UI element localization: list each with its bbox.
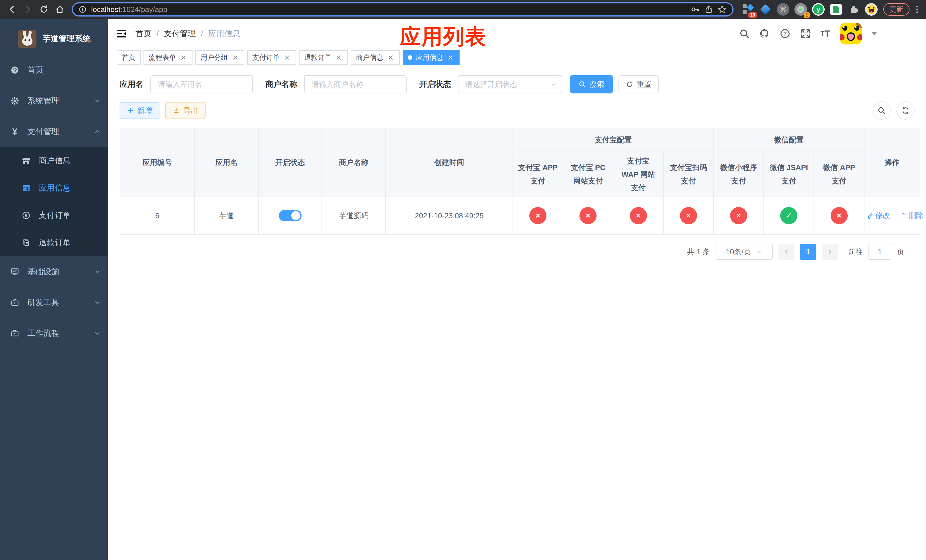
- filter-merchant-name: 商户名称: [265, 75, 407, 94]
- extension-blocks-icon[interactable]: 10: [741, 3, 754, 16]
- chevron-down-icon: [550, 81, 557, 88]
- search-button[interactable]: 搜索: [570, 75, 613, 94]
- shop-icon: [22, 156, 31, 165]
- logo-avatar: [18, 30, 36, 48]
- browser-forward-icon[interactable]: [21, 2, 35, 17]
- navbar-actions: ? TT: [739, 23, 919, 44]
- tag-pay-order[interactable]: 支付订单: [247, 50, 296, 65]
- alipay-app-status-icon: ×: [530, 207, 546, 224]
- extension-y-icon[interactable]: y: [812, 3, 825, 16]
- browser-reload-icon[interactable]: [36, 2, 51, 17]
- refresh-button[interactable]: [896, 101, 915, 120]
- blocks-square-bottom: [743, 10, 747, 14]
- browser-update-button[interactable]: 更新: [883, 3, 909, 16]
- sidebar-collapse-icon[interactable]: [115, 27, 127, 40]
- col-alipay-qr: 支付宝扫码支付: [663, 152, 714, 197]
- breadcrumb-payment[interactable]: 支付管理: [164, 28, 196, 39]
- next-page-button[interactable]: [822, 244, 838, 260]
- col-alipay-app: 支付宝 APP 支付: [513, 152, 563, 197]
- fullscreen-icon[interactable]: [800, 28, 811, 39]
- user-menu-caret-icon[interactable]: [872, 32, 877, 35]
- sidebar-item-home[interactable]: 首页: [0, 55, 108, 85]
- browser-home-icon[interactable]: [52, 2, 67, 17]
- github-icon[interactable]: [759, 28, 770, 39]
- chevron-down-icon: [94, 97, 101, 105]
- extension-kite-icon[interactable]: [759, 3, 772, 16]
- extension-doc-icon[interactable]: [830, 3, 842, 16]
- sidebar-item-app-info[interactable]: 应用信息: [0, 174, 108, 202]
- cell-create-time: 2021-10-23 08:49:25: [386, 197, 513, 235]
- tag-app-info[interactable]: 应用信息: [402, 50, 460, 65]
- sidebar-item-workflow[interactable]: 工作流程: [0, 318, 108, 349]
- export-button[interactable]: 导出: [165, 102, 206, 119]
- edit-link[interactable]: 修改: [867, 210, 890, 221]
- status-select[interactable]: 请选择开启状态: [458, 75, 563, 94]
- tag-process-form[interactable]: 流程表单: [144, 50, 192, 65]
- sidebar-item-pay-order[interactable]: ¥ 支付订单: [0, 202, 108, 229]
- toggle-search-button[interactable]: [873, 101, 891, 120]
- browser-menu-icon[interactable]: [913, 6, 921, 13]
- col-wechat-mini: 微信小程序支付: [714, 152, 764, 197]
- alipay-qr-status-icon: ×: [680, 207, 697, 224]
- merchant-name-input[interactable]: [304, 75, 407, 94]
- sidebar-item-label: 支付订单: [39, 210, 101, 221]
- close-icon[interactable]: [335, 53, 343, 62]
- user-avatar[interactable]: [840, 23, 862, 44]
- close-icon[interactable]: [231, 53, 239, 62]
- sidebar-item-devtools[interactable]: 研发工具: [0, 287, 108, 318]
- font-size-icon[interactable]: TT: [821, 29, 830, 38]
- extension-command-icon[interactable]: ⌘: [777, 3, 789, 16]
- extension-target-icon[interactable]: 1: [794, 3, 807, 16]
- breadcrumb-home[interactable]: 首页: [136, 28, 151, 39]
- sidebar-item-refund-order[interactable]: 退款订单: [0, 229, 108, 256]
- col-group-alipay: 支付宝配置: [513, 128, 714, 152]
- breadcrumb: 首页 / 支付管理 / 应用信息: [136, 28, 240, 39]
- browser-extensions: 10 ⌘ 1 y: [738, 3, 881, 16]
- close-icon[interactable]: [446, 53, 454, 62]
- col-create-time: 创建时间: [386, 128, 513, 197]
- bookmark-star-icon[interactable]: [717, 5, 727, 14]
- delete-link[interactable]: 删除: [900, 210, 923, 221]
- site-info-icon[interactable]: [79, 5, 86, 14]
- tag-label: 支付订单: [252, 53, 280, 62]
- tag-refund-order[interactable]: 退款订单: [299, 50, 348, 65]
- gear-icon: [10, 96, 20, 105]
- blocks-diamond: [747, 4, 754, 11]
- close-icon[interactable]: [283, 53, 291, 62]
- filter-app-name: 应用名: [120, 75, 253, 94]
- tag-user-group[interactable]: 用户分组: [195, 50, 244, 65]
- tag-label: 用户分组: [200, 53, 228, 62]
- tags-view: 首页 流程表单 用户分组 支付订单 退款订单 商户信息 应用信息: [108, 48, 926, 67]
- browser-back-icon[interactable]: [5, 2, 20, 17]
- goto-page-input[interactable]: [869, 244, 891, 260]
- add-button[interactable]: 新增: [120, 102, 159, 119]
- page-number-current[interactable]: 1: [800, 244, 816, 260]
- extension-puzzle-icon[interactable]: [847, 3, 860, 16]
- sidebar-item-infrastructure[interactable]: 基础设施: [0, 256, 108, 287]
- close-icon[interactable]: [387, 53, 395, 62]
- search-icon[interactable]: [739, 29, 749, 39]
- tag-merchant-info[interactable]: 商户信息: [351, 50, 400, 65]
- delete-link-label: 删除: [909, 210, 923, 221]
- filter-status: 开启状态 请选择开启状态: [419, 75, 563, 94]
- sidebar-item-system[interactable]: 系统管理: [0, 85, 108, 116]
- tag-label: 首页: [122, 53, 136, 62]
- page-size-select[interactable]: 10条/页: [716, 244, 773, 260]
- refresh-icon: [626, 80, 633, 88]
- app-name-input[interactable]: [150, 75, 253, 94]
- sidebar-item-merchant-info[interactable]: 商户信息: [0, 147, 108, 174]
- col-alipay-pc: 支付宝 PC 网站支付: [563, 152, 613, 197]
- tag-home[interactable]: 首页: [117, 50, 141, 65]
- app-logo[interactable]: 芋道管理系统: [0, 20, 108, 55]
- share-icon[interactable]: [705, 5, 713, 14]
- password-key-icon[interactable]: [691, 5, 700, 14]
- extension-emoji-icon[interactable]: [865, 3, 878, 16]
- url-bar[interactable]: localhost:1024/pay/app: [72, 2, 734, 17]
- col-app-name: 应用名: [195, 128, 258, 197]
- app-status-switch[interactable]: [279, 210, 301, 221]
- prev-page-button[interactable]: [779, 244, 794, 260]
- sidebar-item-payment[interactable]: ¥ 支付管理: [0, 116, 108, 147]
- reset-button[interactable]: 重置: [619, 75, 659, 94]
- close-icon[interactable]: [179, 53, 188, 62]
- help-icon[interactable]: ?: [780, 28, 790, 39]
